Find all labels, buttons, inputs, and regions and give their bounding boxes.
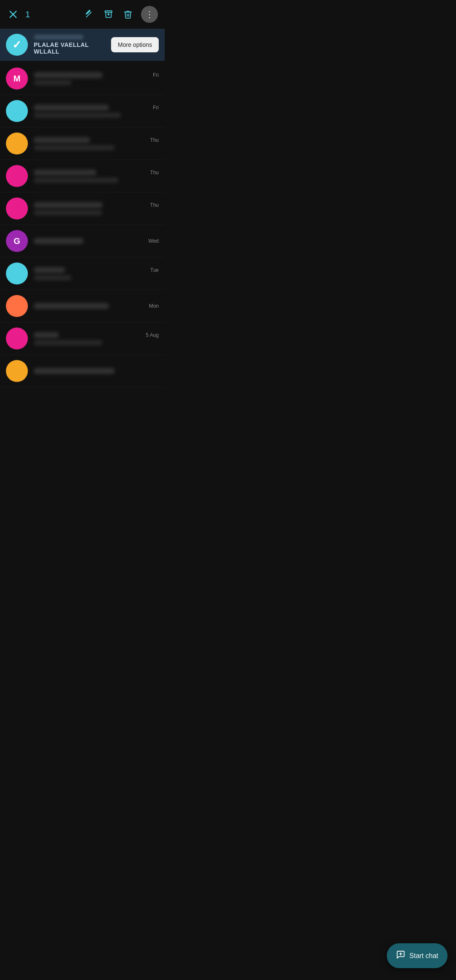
chat-info: Thu [34, 170, 159, 183]
banner-name-blur [34, 35, 84, 40]
chat-name-row: Fri [34, 72, 159, 78]
svg-point-9 [15, 334, 19, 338]
more-button[interactable]: ⋮ [141, 6, 158, 23]
chat-item[interactable]: Thu [0, 127, 165, 160]
chat-item[interactable] [0, 355, 165, 387]
selection-count: 1 [25, 10, 30, 19]
avatar [6, 328, 28, 349]
chat-name-row: Tue [34, 267, 159, 273]
more-options-button[interactable]: More options [111, 37, 159, 52]
chat-time: Fri [153, 72, 159, 78]
chat-info [34, 368, 159, 374]
chat-info: Thu [34, 202, 159, 215]
chat-info: Thu [34, 137, 159, 150]
delete-button[interactable] [122, 8, 134, 21]
avatar [6, 295, 28, 317]
avatar [6, 100, 28, 122]
chat-item[interactable]: M Fri [0, 62, 165, 95]
chat-info: Mon [34, 303, 159, 309]
chat-time: Thu [150, 202, 159, 208]
chat-name-row: Thu [34, 170, 159, 176]
pin-button[interactable] [83, 8, 95, 21]
chat-time: Thu [150, 170, 159, 176]
chat-time: Tue [150, 267, 159, 273]
top-bar-left: 1 [7, 8, 30, 21]
chat-time: Thu [150, 137, 159, 143]
svg-point-4 [15, 139, 19, 143]
selected-banner: ✓ PLALAE VAELLAL WLLALL More options [0, 29, 165, 61]
chat-name-row: Wed [34, 238, 159, 244]
avatar [6, 360, 28, 382]
chat-name-row: Thu [34, 202, 159, 208]
check-circle: ✓ [6, 34, 28, 56]
chat-item[interactable]: Thu [0, 192, 165, 225]
checkmark-icon: ✓ [12, 38, 22, 51]
top-bar-right: ⋮ [83, 6, 158, 23]
avatar [6, 133, 28, 154]
chat-time: Mon [149, 303, 159, 309]
banner-info: PLALAE VAELLAL WLLALL [34, 35, 105, 55]
svg-point-6 [15, 204, 19, 208]
avatar: M [6, 68, 28, 89]
chat-info: Tue [34, 267, 159, 280]
chat-name-row [34, 368, 159, 374]
chat-name-row: Mon [34, 303, 159, 309]
chat-list: M Fri Fri [0, 62, 165, 387]
svg-point-5 [15, 172, 19, 176]
more-dots-icon: ⋮ [145, 9, 154, 19]
svg-point-10 [15, 367, 19, 371]
chat-item[interactable]: Thu [0, 160, 165, 192]
chat-item[interactable]: Fri [0, 95, 165, 127]
chat-name-row: Thu [34, 137, 159, 143]
chat-info: 5 Aug [34, 332, 159, 345]
chat-time: Wed [149, 238, 159, 244]
top-bar: 1 [0, 0, 165, 29]
avatar [6, 165, 28, 187]
avatar [6, 263, 28, 284]
close-button[interactable] [7, 8, 19, 21]
chat-info: Fri [34, 105, 159, 118]
svg-point-7 [15, 269, 19, 273]
avatar: G [6, 230, 28, 252]
chat-info: Wed [34, 238, 159, 244]
archive-button[interactable] [102, 8, 115, 21]
chat-info: Fri [34, 72, 159, 85]
chat-name-row: Fri [34, 105, 159, 111]
chat-item[interactable]: 5 Aug [0, 322, 165, 355]
svg-point-8 [15, 302, 19, 306]
svg-point-3 [15, 107, 19, 111]
chat-item[interactable]: G Wed [0, 225, 165, 257]
chat-time: Fri [153, 105, 159, 111]
chat-item[interactable]: Tue [0, 257, 165, 290]
avatar [6, 198, 28, 219]
selected-chat-name: PLALAE VAELLAL WLLALL [34, 41, 105, 55]
chat-item[interactable]: Mon [0, 290, 165, 322]
chat-time: 5 Aug [146, 332, 159, 338]
chat-name-row: 5 Aug [34, 332, 159, 338]
